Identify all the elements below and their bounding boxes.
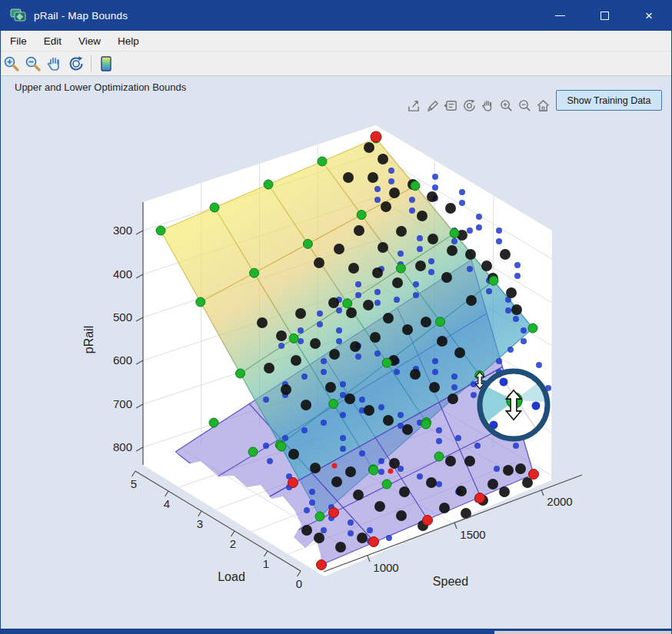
- upper-bound-vertex: [382, 358, 391, 367]
- upper-bound-vertex: [343, 299, 352, 308]
- colormap-button[interactable]: [95, 54, 117, 74]
- zoom-in-button[interactable]: [1, 54, 22, 74]
- load-tick-label: 1: [263, 557, 269, 570]
- lower-bound-vertex-red: [423, 516, 433, 526]
- upper-bound-vertex: [250, 268, 259, 277]
- z-tick-label: 300: [113, 224, 132, 237]
- close-button[interactable]: ×: [627, 0, 671, 31]
- lower-bound-vertex-green: [434, 452, 444, 461]
- plot-panel: Upper and Lower Optimization Bounds: [1, 76, 672, 629]
- upper-bound-vertex: [264, 180, 273, 189]
- lower-bound-vertex-red: [529, 470, 539, 480]
- app-icon: [10, 8, 27, 23]
- upper-bound-vertex: [396, 264, 405, 273]
- upper-bound-vertex: [436, 317, 445, 327]
- minimize-button[interactable]: [537, 0, 582, 31]
- upper-bound-vertex: [450, 229, 459, 238]
- menu-view[interactable]: View: [71, 35, 108, 47]
- load-tick-label: 4: [164, 497, 170, 510]
- lower-bound-vertex-red: [369, 537, 379, 547]
- zoom-out-icon: [24, 55, 42, 73]
- upper-bound-vertex: [357, 211, 366, 220]
- load-tick-label: 5: [131, 477, 137, 490]
- load-tick-label: 3: [197, 517, 203, 530]
- upper-bound-vertex: [329, 400, 338, 409]
- z-tick-label: 400: [113, 267, 132, 280]
- lower-bound-vertex-red: [329, 508, 339, 518]
- upper-bound-vertex: [236, 369, 245, 378]
- z-axis-label: pRail: [82, 326, 95, 354]
- lower-bound-vertex-green: [209, 418, 218, 427]
- lower-bound-vertex-green: [369, 466, 378, 475]
- close-icon: ×: [645, 9, 653, 22]
- upper-bound-vertex: [196, 297, 205, 307]
- window-title: pRail - Map Bounds: [34, 10, 128, 22]
- speed-tick-label: 1500: [460, 528, 485, 541]
- upper-bound-vertex: [528, 324, 537, 333]
- lower-bound-vertex-green: [421, 420, 431, 429]
- menu-edit[interactable]: Edit: [36, 35, 69, 47]
- rotate-3d-icon: [67, 55, 85, 73]
- load-axis-label: Load: [218, 570, 245, 583]
- titlebar: pRail - Map Bounds ×: [1, 0, 671, 31]
- colormap-icon: [97, 55, 115, 73]
- maximize-button[interactable]: [582, 0, 627, 31]
- z-tick-label: 500: [113, 310, 132, 324]
- speed-tick-label: 1000: [373, 561, 398, 574]
- upper-bound-vertex: [156, 226, 165, 235]
- speed-axis-label: Speed: [433, 575, 468, 588]
- menu-help[interactable]: Help: [110, 35, 147, 47]
- lower-bound-vertex-red: [288, 478, 298, 488]
- toolbar-separator: [91, 55, 91, 72]
- lower-bound-vertex-red: [475, 493, 485, 503]
- upper-bound-vertex: [289, 334, 298, 343]
- lower-bound-vertex-green: [382, 480, 391, 489]
- upper-bound-vertex: [315, 512, 324, 521]
- upper-bound-vertex: [411, 181, 420, 191]
- upper-bound-vertex: [210, 203, 219, 212]
- window-resize-grip[interactable]: [494, 631, 672, 634]
- menubar: File Edit View Help: [1, 31, 671, 51]
- lower-bound-vertex-green: [248, 447, 258, 456]
- speed-tick-label: 2000: [547, 495, 572, 508]
- maximize-icon: [600, 12, 609, 20]
- z-tick-label: 800: [113, 440, 132, 453]
- app-window: pRail - Map Bounds × File Edit View Help: [0, 0, 672, 634]
- upper-bound-vertex: [303, 239, 312, 248]
- z-tick-label: 700: [113, 397, 132, 410]
- minimize-icon: [555, 15, 565, 16]
- load-tick-label: 0: [296, 577, 302, 590]
- lower-bound-vertex-green: [277, 442, 286, 451]
- lower-bound-vertex-red: [317, 560, 327, 570]
- pan-hand-icon: [45, 55, 64, 73]
- upper-bound-vertex: [318, 157, 327, 166]
- z-tick-label: 600: [113, 354, 132, 367]
- zoom-in-icon: [2, 55, 21, 73]
- main-toolbar: [1, 51, 671, 76]
- zoom-out-button[interactable]: [22, 54, 44, 74]
- scatter-red-point: [332, 463, 338, 469]
- scatter-red-point: [388, 469, 394, 474]
- rotate-3d-button[interactable]: [65, 54, 87, 74]
- plot-canvas[interactable]: 800700600500400300pRail543210Load1000150…: [1, 76, 672, 629]
- upper-bound-vertex-red: [371, 131, 381, 142]
- menu-file[interactable]: File: [2, 35, 35, 47]
- upper-bound-vertex: [489, 276, 498, 285]
- load-tick-label: 2: [230, 537, 236, 550]
- pan-button[interactable]: [44, 54, 65, 74]
